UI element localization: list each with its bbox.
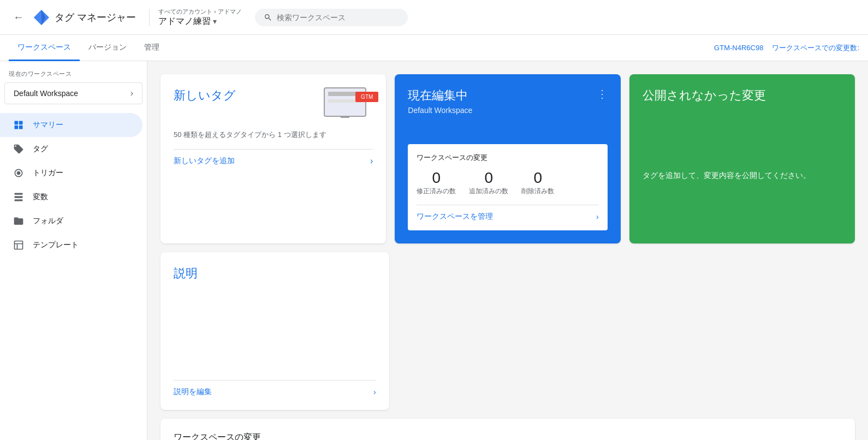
search-box[interactable] <box>255 9 408 26</box>
bottom-section-title: ワークスペースの変更 <box>174 432 842 440</box>
main-content: 新しいタグ GTM 50 種類を超えるタグタイプから 1 つ選択します 新しいタ… <box>147 61 868 440</box>
breadcrumb: すべてのアカウント › アドマノ アドマノ練習 ▾ <box>158 8 242 27</box>
edit-description-link[interactable]: 説明を編集 › <box>174 380 376 397</box>
add-new-tag-label: 新しいタグを追加 <box>174 156 235 166</box>
sidebar-item-folders-label: フォルダ <box>33 216 63 226</box>
cards-row-1: 新しいタグ GTM 50 種類を超えるタグタイプから 1 つ選択します 新しいタ… <box>160 74 855 243</box>
editing-title: 現在編集中 <box>408 87 468 104</box>
editing-card: 現在編集中 ⋮ Default Workspace ワークスペースの変更 0 修… <box>395 74 620 243</box>
editing-workspace-name: Default Workspace <box>408 106 607 115</box>
svg-rect-11 <box>15 199 23 201</box>
stat-deleted: 0 削除済み数 <box>521 169 554 196</box>
arrow-right-icon: › <box>370 156 373 166</box>
unpublished-title: 公開されなかった変更 <box>643 88 766 102</box>
stat-deleted-label: 削除済み数 <box>521 187 554 196</box>
workspace-section-label: 現在のワークスペース <box>0 70 147 82</box>
stat-added-label: 追加済みの数 <box>469 187 508 196</box>
sidebar-item-templates-label: テンプレート <box>33 240 79 250</box>
workspace-changes-label: ワークスペースの変更 <box>417 153 598 163</box>
new-tag-card-header: 新しいタグ GTM <box>174 87 373 123</box>
manage-arrow-icon: › <box>596 212 599 221</box>
description-card-title: 説明 <box>174 265 376 282</box>
edit-description-label: 説明を編集 <box>174 387 212 397</box>
edit-description-arrow-icon: › <box>373 388 376 396</box>
more-options-button[interactable]: ⋮ <box>597 87 608 100</box>
tab-workspace[interactable]: ワークスペース <box>9 35 80 61</box>
stat-modified-label: 修正済みの数 <box>417 187 456 196</box>
breadcrumb-main[interactable]: アドマノ練習 ▾ <box>158 16 242 27</box>
svg-rect-3 <box>15 121 19 125</box>
editing-card-header: 現在編集中 ⋮ <box>408 87 607 104</box>
svg-rect-4 <box>19 121 23 125</box>
stat-modified: 0 修正済みの数 <box>417 169 456 196</box>
header-divider <box>149 9 150 26</box>
svg-point-8 <box>17 171 21 175</box>
svg-rect-6 <box>19 126 23 129</box>
sidebar-item-templates[interactable]: テンプレート <box>0 233 142 257</box>
workspace-selector[interactable]: Default Workspace › <box>4 82 142 104</box>
tag-illustration: GTM <box>324 87 373 123</box>
tab-version[interactable]: バージョン <box>80 35 135 61</box>
cards-row-2: 説明 説明を編集 › <box>160 252 855 410</box>
manage-workspace-label: ワークスペースを管理 <box>417 212 493 222</box>
sidebar-item-triggers-label: トリガー <box>33 168 63 178</box>
tag-icon <box>13 144 24 154</box>
breadcrumb-top: すべてのアカウント › アドマノ <box>158 8 242 16</box>
search-icon <box>264 13 272 22</box>
svg-rect-10 <box>15 196 23 198</box>
svg-rect-9 <box>15 193 23 195</box>
description-card: 説明 説明を編集 › <box>160 252 389 410</box>
sidebar-item-variables-label: 変数 <box>33 192 48 202</box>
sidebar: 現在のワークスペース Default Workspace › サマリー タグ <box>0 61 147 440</box>
new-tag-description: 50 種類を超えるタグタイプから 1 つ選択します <box>174 129 373 140</box>
search-input[interactable] <box>277 13 386 22</box>
new-tag-title: 新しいタグ <box>174 87 236 104</box>
workspace-changes-panel: ワークスペースの変更 0 修正済みの数 0 追加済みの数 0 削除済み数 <box>408 144 607 230</box>
logo-area: タグ マネージャー <box>33 9 149 26</box>
unpublished-description: タグを追加して、変更内容を公開してください。 <box>643 169 842 181</box>
sidebar-item-variables[interactable]: 変数 <box>0 185 142 209</box>
gtm-id: GTM-N4R6C98 <box>714 44 763 52</box>
stat-modified-number: 0 <box>432 169 441 187</box>
svg-rect-12 <box>15 241 23 249</box>
trigger-icon <box>13 168 24 179</box>
unpublished-body: タグを追加して、変更内容を公開してください。 <box>643 169 842 181</box>
variable-icon <box>13 192 24 203</box>
nav-tabs: ワークスペース バージョン 管理 GTM-N4R6C98 ワークスペースでの変更… <box>0 35 868 61</box>
changes-stats: 0 修正済みの数 0 追加済みの数 0 削除済み数 <box>417 169 598 196</box>
sidebar-item-summary[interactable]: サマリー <box>0 113 142 137</box>
stat-deleted-number: 0 <box>534 169 543 187</box>
tag-red-banner: GTM <box>355 92 378 102</box>
sidebar-item-triggers[interactable]: トリガー <box>0 161 142 185</box>
app-header: ← タグ マネージャー すべてのアカウント › アドマノ アドマノ練習 ▾ <box>0 0 868 35</box>
app-title: タグ マネージャー <box>55 11 136 24</box>
add-new-tag-link[interactable]: 新しいタグを追加 › <box>174 149 373 166</box>
nav-tabs-left: ワークスペース バージョン 管理 <box>9 35 168 61</box>
summary-icon <box>13 120 24 130</box>
stat-added-number: 0 <box>485 169 494 187</box>
svg-rect-5 <box>15 126 19 129</box>
main-layout: 現在のワークスペース Default Workspace › サマリー タグ <box>0 61 868 440</box>
sidebar-item-folders[interactable]: フォルダ <box>0 209 142 233</box>
sidebar-item-tags-label: タグ <box>33 144 48 154</box>
workspace-changes-count-label: ワークスペースでの変更数: <box>772 43 859 53</box>
new-tag-card: 新しいタグ GTM 50 種類を超えるタグタイプから 1 つ選択します 新しいタ… <box>160 74 386 243</box>
workspace-chevron-icon: › <box>130 88 133 98</box>
stat-added: 0 追加済みの数 <box>469 169 508 196</box>
gtm-logo-icon <box>33 9 50 26</box>
sidebar-item-tags[interactable]: タグ <box>0 137 142 161</box>
back-button[interactable]: ← <box>9 9 28 26</box>
manage-workspace-link[interactable]: ワークスペースを管理 › <box>417 205 598 222</box>
tab-admin[interactable]: 管理 <box>135 35 168 61</box>
unpublished-card: 公開されなかった変更 タグを追加して、変更内容を公開してください。 <box>629 74 855 243</box>
breadcrumb-account: アドマノ練習 <box>158 16 211 27</box>
folder-icon <box>13 216 24 227</box>
sidebar-nav: サマリー タグ トリガー 変数 <box>0 113 147 257</box>
nav-tabs-right: GTM-N4R6C98 ワークスペースでの変更数: <box>714 43 859 53</box>
sidebar-item-summary-label: サマリー <box>33 120 63 130</box>
workspace-selector-name: Default Workspace <box>14 89 78 98</box>
template-icon <box>13 240 24 251</box>
chevron-down-icon: ▾ <box>213 17 217 26</box>
bottom-workspace-changes: ワークスペースの変更 <box>160 419 855 440</box>
